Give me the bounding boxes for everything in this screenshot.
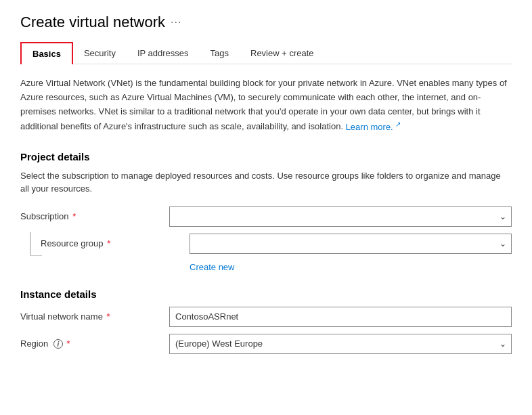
tab-basics[interactable]: Basics (20, 42, 73, 64)
subscription-row: Subscription * ⌄ (20, 206, 512, 227)
learn-more-link[interactable]: Learn more. ↗ (346, 122, 401, 132)
resource-group-dropdown[interactable] (190, 234, 512, 254)
intro-description: Azure Virtual Network (VNet) is the fund… (20, 77, 512, 135)
create-vnet-page: Create virtual network ··· Basics Securi… (0, 0, 532, 381)
resource-group-required: * (107, 238, 110, 248)
vnet-name-row: Virtual network name * (20, 307, 512, 327)
create-new-link[interactable]: Create new (190, 262, 234, 272)
instance-details-title: Instance details (20, 288, 512, 300)
vnet-name-label: Virtual network name * (20, 311, 169, 322)
resource-group-label: Resource group * (41, 238, 190, 248)
project-details-section: Project details Select the subscription … (20, 151, 512, 272)
region-dropdown-wrapper: (Europe) West Europe ⌄ (169, 334, 512, 354)
tab-ip-addresses[interactable]: IP addresses (127, 43, 200, 64)
external-link-icon: ↗ (395, 120, 401, 127)
region-required: * (66, 338, 70, 349)
region-dropdown[interactable]: (Europe) West Europe (169, 334, 512, 354)
page-title: Create virtual network (20, 14, 165, 31)
subscription-required: * (72, 211, 76, 221)
subscription-dropdown[interactable] (169, 206, 512, 227)
project-details-title: Project details (20, 151, 512, 162)
vnet-name-input[interactable] (169, 307, 512, 327)
bracket-horizontal-line (30, 255, 42, 256)
project-details-desc: Select the subscription to manage deploy… (20, 169, 512, 196)
subscription-dropdown-wrapper: ⌄ (169, 206, 512, 227)
resource-group-row: Resource group * ⌄ (41, 234, 512, 254)
region-info-icon[interactable]: i (53, 339, 63, 349)
subscription-label: Subscription * (20, 211, 169, 221)
tab-review-create[interactable]: Review + create (240, 43, 325, 64)
tab-security[interactable]: Security (73, 43, 127, 64)
instance-details-section: Instance details Virtual network name * … (20, 288, 512, 354)
region-label: Region i * (20, 338, 169, 349)
subscription-group: Subscription * ⌄ Resource group * (20, 206, 512, 254)
tab-bar: Basics Security IP addresses Tags Review… (20, 42, 512, 64)
region-row: Region i * (Europe) West Europe ⌄ (20, 334, 512, 354)
tab-tags[interactable]: Tags (200, 43, 240, 64)
resource-group-dropdown-wrapper: ⌄ (190, 234, 512, 254)
vnet-name-input-wrapper (169, 307, 512, 327)
page-title-row: Create virtual network ··· (20, 14, 512, 31)
bracket-vertical-line (30, 232, 31, 255)
ellipsis-menu-button[interactable]: ··· (171, 16, 181, 28)
vnet-name-required: * (107, 311, 110, 322)
